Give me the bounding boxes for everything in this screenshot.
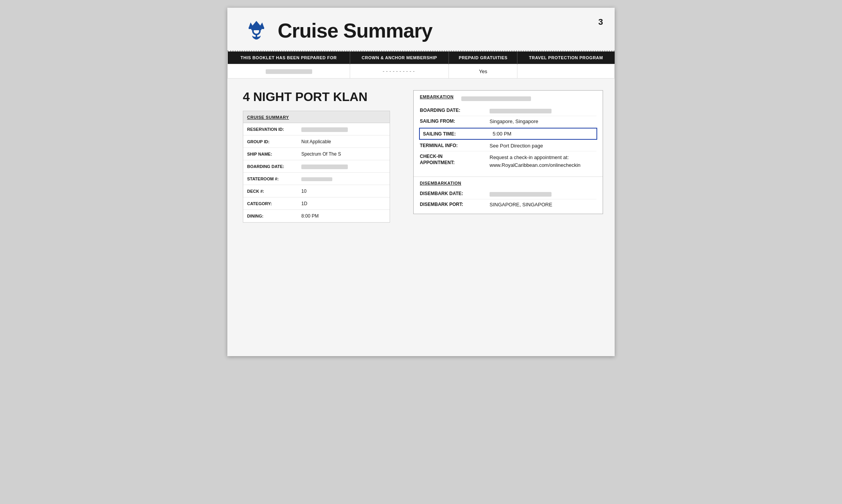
- col-header-prepaid-gratuities: PREPAID GRATUITIES: [449, 51, 517, 64]
- disembark-date-blurred: [490, 192, 552, 197]
- page: Cruise Summary 3 THIS BOOKLET HAS BEEN P…: [227, 8, 615, 356]
- embarkation-panel: EMBARKATION BOARDING DATE: SAILING FROM:…: [413, 90, 603, 214]
- category-value: 1D: [301, 201, 307, 206]
- sailing-from-row: SAILING FROM: Singapore, Singapore: [420, 116, 596, 127]
- svg-rect-2: [256, 34, 257, 39]
- cruise-title: 4 NIGHT PORT KLAN: [243, 90, 406, 104]
- col-header-crown-anchor: CROWN & ANCHOR MEMBERSHIP: [350, 51, 449, 64]
- sailing-time-row: SAILING TIME: 5:00 PM: [419, 128, 597, 140]
- checkin-label: CHECK-INAPPOINTMENT:: [420, 154, 490, 166]
- reservation-id-label: RESERVATION ID:: [247, 127, 301, 132]
- disembark-date-label: DISEMBARK DATE:: [420, 191, 490, 196]
- checkin-value: Request a check-in appointment at: www.R…: [490, 154, 596, 169]
- group-id-row: GROUP ID: Not Applicable: [243, 135, 390, 148]
- dining-value: 8:00 PM: [301, 213, 319, 219]
- sailing-from-value: Singapore, Singapore: [490, 118, 596, 124]
- boarding-date-value: [301, 164, 348, 169]
- cell-membership: ----------: [350, 64, 449, 79]
- stateroom-label: STATEROOM #:: [247, 177, 301, 181]
- sailing-time-label: SAILING TIME:: [423, 131, 493, 137]
- terminal-info-row: TERMINAL INFO: See Port Direction page: [420, 141, 596, 151]
- left-column: 4 NIGHT PORT KLAN CRUISE SUMMARY RESERVA…: [243, 90, 406, 223]
- disembark-date-row: DISEMBARK DATE:: [420, 189, 596, 199]
- emb-boarding-blurred: [490, 109, 552, 113]
- ship-name-row: SHIP NAME: Spectrum Of The S: [243, 148, 390, 160]
- disembark-port-value: SINGAPORE, SINGAPORE: [490, 202, 596, 207]
- cruise-summary-box: CRUISE SUMMARY RESERVATION ID: GROUP ID:…: [243, 111, 390, 223]
- stateroom-row: STATEROOM #:: [243, 173, 390, 185]
- cell-prepaid-gratuities: Yes: [449, 64, 517, 79]
- page-title: Cruise Summary: [278, 19, 432, 42]
- ship-name-value: Spectrum Of The S: [301, 151, 341, 157]
- emb-boarding-date-label: BOARDING DATE:: [420, 108, 490, 113]
- header: Cruise Summary 3: [227, 8, 615, 50]
- page-number: 3: [598, 17, 603, 27]
- disembark-port-row: DISEMBARK PORT: SINGAPORE, SINGAPORE: [420, 199, 596, 210]
- reservation-id-blurred: [301, 127, 348, 132]
- terminal-info-value: See Port Direction page: [490, 143, 596, 149]
- sailing-time-value: 5:00 PM: [493, 131, 593, 137]
- cruise-summary-header: CRUISE SUMMARY: [243, 111, 390, 123]
- cell-travel-protection: [517, 64, 615, 79]
- deck-label: DECK #:: [247, 189, 301, 194]
- category-label: CATEGORY:: [247, 201, 301, 206]
- boarding-date-row: BOARDING DATE:: [243, 160, 390, 173]
- sailing-from-label: SAILING FROM:: [420, 118, 490, 124]
- embarkation-header-blurred: [461, 96, 531, 101]
- group-id-label: GROUP ID:: [247, 139, 301, 144]
- col-header-travel-protection: TRAVEL PROTECTION PROGRAM: [517, 51, 615, 64]
- disembarkation-header: DISEMBARKATION: [420, 181, 596, 185]
- boarding-date-blurred: [301, 165, 348, 169]
- embarkation-header: EMBARKATION: [420, 94, 454, 99]
- summary-header-table: THIS BOOKLET HAS BEEN PREPARED FOR CROWN…: [227, 51, 615, 79]
- disembarkation-section: DISEMBARKATION DISEMBARK DATE: DISEMBARK…: [414, 177, 603, 214]
- dining-label: DINING:: [247, 214, 301, 218]
- guest-name-blurred: [266, 69, 312, 74]
- col-header-prepared-for: THIS BOOKLET HAS BEEN PREPARED FOR: [228, 51, 350, 64]
- disembark-date-value: [490, 191, 596, 197]
- embarkation-section: EMBARKATION BOARDING DATE: SAILING FROM:…: [414, 91, 603, 177]
- boarding-date-label: BOARDING DATE:: [247, 164, 301, 169]
- category-row: CATEGORY: 1D: [243, 197, 390, 210]
- terminal-info-label: TERMINAL INFO:: [420, 143, 490, 148]
- royal-caribbean-logo: [243, 17, 270, 44]
- emb-boarding-date-value: [490, 108, 596, 113]
- stateroom-blurred: [301, 177, 332, 181]
- deck-value: 10: [301, 189, 306, 194]
- emb-boarding-date-row: BOARDING DATE:: [420, 105, 596, 116]
- deck-row: DECK #: 10: [243, 185, 390, 197]
- dining-row: DINING: 8:00 PM: [243, 210, 390, 222]
- group-id-value: Not Applicable: [301, 139, 331, 144]
- svg-rect-4: [249, 27, 264, 29]
- checkin-appointment-row: CHECK-INAPPOINTMENT: Request a check-in …: [420, 151, 596, 174]
- ship-name-label: SHIP NAME:: [247, 152, 301, 156]
- reservation-id-value: [301, 127, 348, 132]
- membership-value: ----------: [383, 68, 416, 74]
- reservation-id-row: RESERVATION ID:: [243, 123, 390, 135]
- disembark-port-label: DISEMBARK PORT:: [420, 202, 490, 207]
- content-area: 4 NIGHT PORT KLAN CRUISE SUMMARY RESERVA…: [227, 79, 615, 234]
- stateroom-value: [301, 176, 332, 182]
- cell-guest-name: [228, 64, 350, 79]
